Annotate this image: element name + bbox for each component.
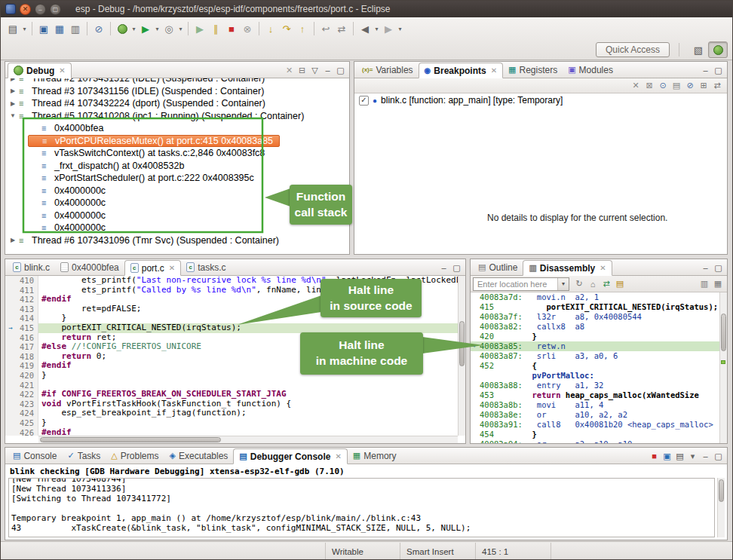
show-supported-breakpoints-icon[interactable]: ⊙ (656, 80, 670, 92)
debug-thread-row[interactable]: ▼≡Thread #5 1073410208 (ipc1 : Running) … (5, 110, 310, 123)
tab-variables[interactable]: (x)= Variables (357, 62, 419, 78)
maximize-icon[interactable]: ▢ (712, 64, 725, 76)
tree-expander-icon[interactable]: ▶ (8, 78, 17, 82)
print-icon[interactable]: ▥ (68, 21, 83, 36)
tab-port-c[interactable]: c port.c ✕ (124, 260, 181, 276)
external-tools-dropdown-icon[interactable]: ▾ (177, 21, 184, 36)
tree-expander-icon[interactable]: ▶ (8, 100, 17, 107)
close-icon[interactable]: ✕ (169, 264, 175, 272)
tab-memory[interactable]: ▦ Memory (348, 448, 402, 464)
skip-all-breakpoints-icon[interactable]: ⊘ (91, 21, 106, 36)
maximize-icon[interactable]: ▢ (334, 64, 347, 76)
debug-thread-row[interactable]: ▶≡Thread #4 1073432224 (dport) (Suspende… (5, 97, 271, 110)
tab-disassembly[interactable]: ▥ Disassembly ✕ (523, 260, 612, 276)
disassembly-line[interactable]: 453 return heap_caps_malloc(xWantedSize (471, 390, 719, 400)
debug-thread-row[interactable]: ▶≡Thread #2 1073431512 (IDLE) (Suspended… (5, 78, 271, 85)
source-code-editor[interactable]: 410 ets_printf("Last non-recursive lock … (5, 276, 458, 436)
minimize-icon[interactable]: – (699, 450, 712, 462)
code-text[interactable]: #endif (38, 361, 458, 371)
console-dropdown-icon[interactable]: ▾ (686, 450, 699, 462)
remove-breakpoint-icon[interactable]: ✕ (629, 80, 643, 92)
debug-stack-frame-row[interactable]: ≡0x4000000c (28, 210, 112, 222)
tree-expander-icon[interactable]: ▼ (8, 112, 17, 119)
code-text[interactable]: } (38, 418, 458, 428)
window-close-button[interactable]: ✕ (20, 4, 31, 15)
open-perspective-icon[interactable]: ▧ (689, 41, 708, 58)
debug-stack-frame-row[interactable]: ≡0x4000000c (28, 222, 112, 234)
debug-stack-frame-row[interactable]: ≡vTaskSwitchContext() at tasks.c:2,846 0… (28, 147, 271, 160)
quick-access-button[interactable]: Quick Access (596, 42, 670, 57)
minimize-icon[interactable]: – (699, 262, 712, 274)
debug-icon[interactable] (115, 21, 130, 36)
instruction-stepping-icon[interactable]: ⇄ (334, 21, 349, 36)
tree-expander-icon[interactable]: ▶ (8, 87, 17, 94)
console-scrollbar[interactable] (717, 478, 725, 537)
disassembly-scrollbar[interactable] (719, 292, 727, 443)
disassembly-line[interactable]: 40083a88: entry a1, 32 (471, 381, 719, 390)
close-icon[interactable]: ✕ (335, 452, 341, 461)
minimize-icon[interactable]: – (699, 64, 712, 76)
debug-thread-row[interactable]: ▶≡Thread #6 1073431096 (Tmr Svc) (Suspen… (5, 234, 285, 247)
window-minimize-button[interactable]: – (35, 4, 46, 15)
tab-debugger-console[interactable]: ▤ Debugger Console ✕ (233, 448, 347, 464)
minimize-icon[interactable]: – (437, 262, 450, 274)
disassembly-line[interactable]: 454 } (471, 430, 719, 439)
tab-problems[interactable]: △ Problems (106, 448, 164, 464)
new-wizard-icon[interactable]: ▤ (5, 21, 20, 36)
debug-stack-frame-row[interactable]: ≡0x4000000c (28, 185, 112, 197)
show-source-icon[interactable]: ▤ (613, 277, 627, 290)
disassembly-line[interactable]: →40083a85: retw.n (471, 341, 719, 351)
tab-breakpoints[interactable]: ◉ Breakpoints ✕ (419, 63, 503, 78)
tab-registers[interactable]: ▦ Registers (503, 62, 563, 78)
remove-all-terminated-icon[interactable]: ✕ (283, 64, 296, 76)
breakpoint-checkbox[interactable]: ✓ (359, 96, 369, 106)
disassembly-line[interactable]: 415 portEXIT_CRITICAL_NESTED(irqStatus); (471, 302, 719, 312)
tree-expander-icon[interactable]: ▶ (8, 237, 17, 243)
debug-stack-frame-row[interactable]: ≡_frxt_dispatch() at 0x4008532b (28, 160, 190, 173)
code-text[interactable]: } (38, 371, 458, 381)
view-menu-icon[interactable]: ▽ (308, 64, 321, 76)
code-text[interactable]: esp_set_breakpoint_if_jtag(function); (38, 409, 458, 418)
disconnect-icon[interactable]: ⊗ (240, 21, 255, 36)
suspend-icon[interactable]: ∥ (208, 21, 223, 36)
maximize-icon[interactable]: ▢ (450, 262, 463, 274)
maximize-icon[interactable]: ▢ (712, 262, 725, 274)
disassembly-code[interactable]: 40083a7d: movi.n a2, 1415 portEXIT_CRITI… (471, 292, 719, 443)
disassembly-line[interactable]: 452 { (471, 361, 719, 371)
sync-selection-icon[interactable]: ⇄ (600, 277, 613, 290)
disassembly-line[interactable]: 40083a8b: movi a11, 4 (471, 400, 719, 410)
debug-thread-row[interactable]: ▶≡Thread #3 1073431156 (IDLE) (Suspended… (5, 85, 270, 98)
open-console-icon[interactable]: ▤ (673, 450, 686, 462)
disassembly-line[interactable]: 420 } (471, 332, 719, 341)
debug-stack-frame-row[interactable]: ≡0x4000bfea (28, 122, 109, 135)
disassembly-line[interactable]: 40083a7f: l32r a8, 0x40080544 (471, 312, 719, 322)
disassembly-line[interactable]: pvPortMalloc: (471, 371, 719, 381)
minimize-icon[interactable]: – (321, 64, 334, 76)
terminate-console-icon[interactable]: ■ (648, 450, 661, 462)
forward-icon[interactable]: ▶ (381, 21, 396, 36)
run-dropdown-icon[interactable]: ▾ (154, 21, 161, 36)
code-text[interactable]: ret=pdFALSE; (38, 304, 458, 314)
save-icon[interactable]: ▣ (36, 21, 51, 36)
tab-tasks-c[interactable]: c tasks.c (181, 259, 231, 275)
tab-outline[interactable]: ▤ Outline (473, 259, 523, 275)
console-output[interactable]: [New Thread 1073468744][New Thread 10734… (8, 478, 715, 537)
disassembly-line[interactable]: 40083a82: callx8 a8 (471, 322, 719, 332)
close-icon[interactable]: ✕ (59, 66, 65, 75)
display-selected-console-icon[interactable]: ▣ (661, 450, 673, 462)
step-over-icon[interactable]: ↷ (279, 21, 294, 36)
code-text[interactable]: return 0; (38, 352, 458, 362)
tab-debug[interactable]: Debug ✕ (8, 63, 72, 78)
editor-horizontal-scrollbar[interactable] (38, 436, 458, 443)
tab-blink-c[interactable]: c blink.c (8, 259, 55, 275)
resume-icon[interactable]: ▶ (192, 21, 207, 36)
disassembly-line[interactable]: 40083a7d: movi.n a2, 1 (471, 292, 719, 302)
breakpoint-row[interactable]: ✓ ● blink.c [function: app_main] [type: … (354, 93, 727, 107)
tab-modules[interactable]: ▣ Modules (563, 62, 618, 78)
disassembly-line[interactable]: 40083a91: call8 0x40081b20 <heap_caps_ma… (471, 420, 719, 430)
code-text[interactable]: #endif (38, 428, 458, 436)
disassembly-line[interactable]: 40083a87: srli a3, a0, 6 (471, 351, 719, 361)
step-return-icon[interactable]: ↑ (295, 21, 310, 36)
location-input[interactable]: Enter location here ▾ (473, 277, 569, 291)
expand-all-icon[interactable]: ⊞ (697, 80, 710, 92)
